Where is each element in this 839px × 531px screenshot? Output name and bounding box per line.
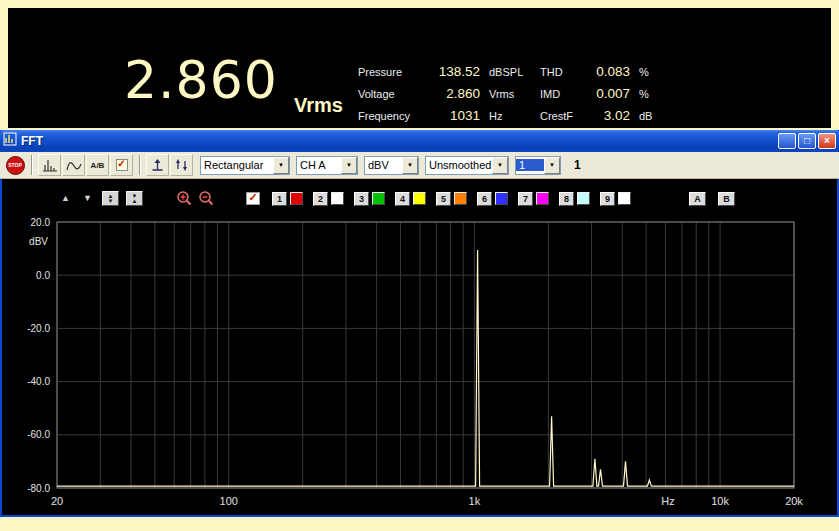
average-count-display: 1 [574,158,581,172]
svg-text:10k: 10k [711,495,729,507]
readout-unit: Vrms [488,88,540,100]
chevron-down-icon[interactable]: ▼ [402,157,418,174]
trace-buttons: 123456789 [272,192,641,206]
toolbar-separator [31,155,33,175]
trace-7-color-swatch[interactable] [536,192,549,205]
readout-value: 0.083 [586,64,638,79]
smoothing-select[interactable]: Unsmoothed ▼ [425,156,509,175]
close-button[interactable]: × [818,133,836,149]
readout-value: 1031 [422,108,488,123]
trace-9-color-swatch[interactable] [618,192,631,205]
trace-pair: 4 [395,192,426,206]
trace-6-color-swatch[interactable] [495,192,508,205]
scale-down-button[interactable]: ▼ [80,194,95,203]
svg-text:20k: 20k [785,495,803,507]
maximize-icon: □ [804,136,810,146]
chevron-down-icon[interactable]: ▼ [273,157,289,174]
trace-pair: 7 [518,192,549,206]
trace-6-button[interactable]: 6 [477,192,492,206]
averages-select[interactable]: 1 ▼ [515,156,561,175]
window-title: FFT [21,134,774,148]
marker-arrows-button[interactable] [170,154,193,176]
toolbar-separator [139,155,141,175]
window-function-value: Rectangular [201,159,273,171]
readout-label: THD [540,66,586,78]
scale-up-button[interactable]: ▲ [58,194,73,203]
window-function-select[interactable]: Rectangular ▼ [200,156,290,175]
stop-button[interactable]: STOP [4,154,26,176]
plot-controls: ▲ ▼ ▲ ▼ ▼ ▲ [58,190,735,207]
stop-icon: STOP [6,156,25,175]
autoscale-button[interactable]: ▲ ▼ [102,191,119,206]
chevron-down-icon[interactable]: ▼ [492,157,508,174]
fft-spectrum-chart[interactable]: 20.00.0-20.0-40.0-60.0-80.0dBV201001k10k… [2,179,837,515]
trace-pair: 3 [354,192,385,206]
trace-3-color-swatch[interactable] [372,192,385,205]
svg-text:1k: 1k [469,495,481,507]
svg-text:0.0: 0.0 [36,270,50,281]
svg-text:-40.0: -40.0 [27,376,50,387]
chevron-down-icon[interactable]: ▼ [544,157,560,174]
readout-unit: dB [638,110,666,122]
waveform-curve-icon [66,159,82,172]
readout-value: 138.52 [422,64,488,79]
chevron-down-icon[interactable]: ▼ [341,157,357,174]
traces-enable-checkbox[interactable]: ✓ [246,192,260,205]
trace-2-button[interactable]: 2 [313,192,328,206]
readout-unit: dBSPL [488,66,540,78]
svg-text:100: 100 [220,495,238,507]
trace-1-color-swatch[interactable] [290,192,303,205]
readout-unit: % [638,88,666,100]
waveform-view-button[interactable] [62,154,85,176]
svg-text:-20.0: -20.0 [27,323,50,334]
close-icon: × [824,136,830,146]
trace-5-color-swatch[interactable] [454,192,467,205]
fft-window: FFT _ □ × STOP A/B ✓ [0,130,839,517]
trace-8-button[interactable]: 8 [559,192,574,206]
readout-label: Frequency [358,110,422,122]
up-triangle-icon: ▲ [61,193,70,203]
averages-value: 1 [516,159,544,171]
overlay-b-button[interactable]: B [718,192,735,206]
svg-text:dBV: dBV [29,236,48,247]
trace-2-color-swatch[interactable] [331,192,344,205]
readout-unit: % [638,66,666,78]
trace-4-color-swatch[interactable] [413,192,426,205]
readout-label: Voltage [358,88,422,100]
trace-4-button[interactable]: 4 [395,192,410,206]
trace-9-button[interactable]: 9 [600,192,615,206]
channel-select[interactable]: CH A ▼ [296,156,358,175]
minimize-button[interactable]: _ [778,133,796,149]
check-icon: ✓ [248,192,257,203]
trace-1-button[interactable]: 1 [272,192,287,206]
window-controls: _ □ × [778,133,836,149]
zoom-in-button[interactable] [176,190,193,207]
readout-value: 2.860 [422,86,488,101]
trace-5-button[interactable]: 5 [436,192,451,206]
zoom-out-button[interactable] [198,190,215,207]
ab-icon: A/B [91,161,105,170]
spectrum-view-button[interactable] [38,154,61,176]
trace-7-button[interactable]: 7 [518,192,533,206]
minimize-icon: _ [784,139,790,149]
trace-8-color-swatch[interactable] [577,192,590,205]
readout-label: IMD [540,88,586,100]
trace-pair: 6 [477,192,508,206]
options-checklist-button[interactable]: ✓ [110,154,133,176]
svg-text:Hz: Hz [661,495,674,507]
zoom-out-icon [198,190,215,207]
trace-3-button[interactable]: 3 [354,192,369,206]
trace-pair: 5 [436,192,467,206]
main-level-value: 2.860 [124,50,278,110]
trace-pair: 8 [559,192,590,206]
overlay-a-button[interactable]: A [689,192,706,206]
amplitude-units-select[interactable]: dBV ▼ [364,156,419,175]
maximize-button[interactable]: □ [798,133,816,149]
main-level-unit: Vrms [294,94,343,117]
plot-area: ▲ ▼ ▲ ▼ ▼ ▲ [2,179,837,515]
peak-marker-button[interactable] [146,154,169,176]
ab-compare-button[interactable]: A/B [86,154,109,176]
collapse-range-button[interactable]: ▼ ▲ [126,191,143,206]
title-bar[interactable]: FFT _ □ × [0,130,839,152]
trace-pair: 2 [313,192,344,206]
